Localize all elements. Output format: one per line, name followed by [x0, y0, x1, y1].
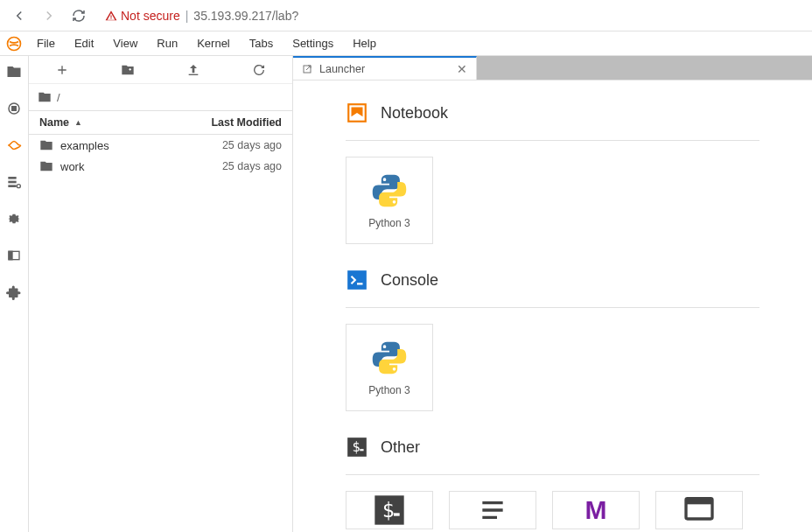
upload-button[interactable]	[185, 61, 202, 79]
launcher-card-help[interactable]	[655, 491, 743, 529]
jupyter-menubar: File Edit View Run Kernel Tabs Settings …	[0, 32, 812, 56]
not-secure-badge: Not secure	[105, 9, 180, 23]
launcher-card-markdown[interactable]: M	[552, 491, 640, 529]
card-label: Python 3	[368, 217, 410, 229]
extensions-tab-icon[interactable]	[4, 282, 24, 303]
console-section-icon	[346, 269, 368, 291]
folder-icon	[38, 90, 52, 104]
svg-rect-5	[8, 185, 16, 187]
menu-edit[interactable]: Edit	[66, 33, 102, 53]
svg-rect-20	[686, 499, 712, 505]
svg-rect-12	[347, 270, 367, 290]
content-area: Launcher ✕ Notebook	[293, 56, 812, 532]
refresh-button[interactable]	[250, 61, 268, 79]
new-launcher-button[interactable]	[53, 61, 71, 79]
sort-asc-icon: ▲	[74, 118, 82, 127]
tab-bar: Launcher ✕	[293, 56, 812, 80]
section-notebook: Notebook Python 3	[346, 102, 760, 244]
file-row[interactable]: examples 25 days ago	[29, 135, 292, 156]
tab-launcher[interactable]: Launcher ✕	[293, 56, 477, 80]
tab-title: Launcher	[319, 63, 450, 75]
file-browser-panel: / Name▲ Last Modified examples 25 days a…	[29, 56, 293, 532]
url-text: 35.193.99.217/lab?	[193, 9, 298, 23]
svg-rect-4	[8, 181, 16, 184]
notebook-section-icon	[346, 102, 368, 124]
activity-bar	[0, 56, 29, 532]
launcher-card-console-python3[interactable]: Python 3	[346, 324, 433, 411]
menu-help[interactable]: Help	[344, 33, 385, 53]
text-file-icon	[473, 492, 512, 528]
svg-rect-9	[189, 74, 199, 74]
file-browser-tab-icon[interactable]	[4, 61, 24, 82]
section-other: $ Other $	[346, 436, 760, 529]
menu: File Edit View Run Kernel Tabs Settings …	[28, 33, 385, 53]
svg-rect-3	[8, 177, 16, 179]
menu-file[interactable]: File	[28, 33, 64, 53]
menu-tabs[interactable]: Tabs	[241, 33, 282, 53]
folder-icon	[39, 138, 53, 152]
breadcrumb[interactable]: /	[29, 84, 292, 110]
card-label: Python 3	[368, 384, 410, 396]
svg-point-0	[8, 37, 21, 50]
breadcrumb-root: /	[57, 91, 60, 104]
file-name: examples	[60, 139, 222, 152]
browser-bar: Not secure | 35.193.99.217/lab?	[0, 0, 812, 32]
terminal-icon: $	[370, 492, 409, 528]
file-list: examples 25 days ago work 25 days ago	[29, 135, 292, 532]
toc-tab-icon[interactable]	[4, 172, 24, 192]
jupyter-logo-icon[interactable]	[0, 35, 28, 52]
file-modified: 25 days ago	[222, 160, 282, 172]
reload-button[interactable]	[66, 4, 91, 28]
back-button[interactable]	[7, 4, 32, 28]
python-icon	[370, 172, 409, 210]
svg-rect-15	[360, 449, 363, 451]
svg-rect-2	[12, 107, 17, 111]
context-help-icon	[680, 492, 718, 528]
svg-rect-8	[9, 251, 12, 259]
markdown-icon: M	[577, 492, 615, 528]
svg-rect-18	[394, 513, 400, 515]
menu-view[interactable]: View	[104, 33, 146, 53]
not-secure-label: Not secure	[121, 9, 180, 23]
settings-tab-icon[interactable]	[4, 208, 24, 229]
launcher-card-textfile[interactable]	[449, 491, 536, 529]
running-tab-icon[interactable]	[4, 98, 24, 119]
close-icon[interactable]: ✕	[457, 63, 467, 75]
other-section-icon: $	[346, 436, 368, 458]
launch-icon	[302, 64, 312, 74]
section-console: Console Python 3	[346, 269, 760, 411]
file-modified: 25 days ago	[222, 139, 282, 151]
file-row[interactable]: work 25 days ago	[29, 156, 292, 177]
col-name-header[interactable]: Name▲	[29, 116, 178, 129]
svg-point-6	[17, 185, 20, 188]
git-tab-icon[interactable]	[4, 135, 24, 156]
col-modified-header[interactable]: Last Modified	[178, 116, 292, 129]
console-section-title: Console	[381, 271, 438, 290]
new-folder-button[interactable]	[119, 61, 136, 79]
tabs-tab-icon[interactable]	[4, 245, 24, 266]
tab-bar-empty	[477, 56, 812, 80]
file-browser-header: Name▲ Last Modified	[29, 110, 292, 135]
notebook-section-title: Notebook	[381, 104, 448, 122]
launcher-body: Notebook Python 3	[293, 80, 812, 532]
forward-button[interactable]	[37, 4, 61, 28]
svg-text:$: $	[353, 439, 360, 455]
other-section-title: Other	[381, 438, 420, 457]
svg-text:$: $	[382, 498, 395, 522]
menu-settings[interactable]: Settings	[284, 33, 342, 53]
python-icon	[370, 339, 409, 377]
address-separator: |	[186, 9, 189, 23]
menu-run[interactable]: Run	[148, 33, 186, 53]
launcher-card-notebook-python3[interactable]: Python 3	[346, 157, 433, 244]
file-browser-toolbar	[29, 56, 292, 84]
file-name: work	[60, 160, 222, 173]
address-bar[interactable]: Not secure | 35.193.99.217/lab?	[96, 4, 805, 28]
menu-kernel[interactable]: Kernel	[188, 33, 239, 53]
launcher-card-terminal[interactable]: $	[346, 491, 433, 529]
main-area: / Name▲ Last Modified examples 25 days a…	[0, 56, 812, 532]
folder-icon	[39, 159, 53, 173]
